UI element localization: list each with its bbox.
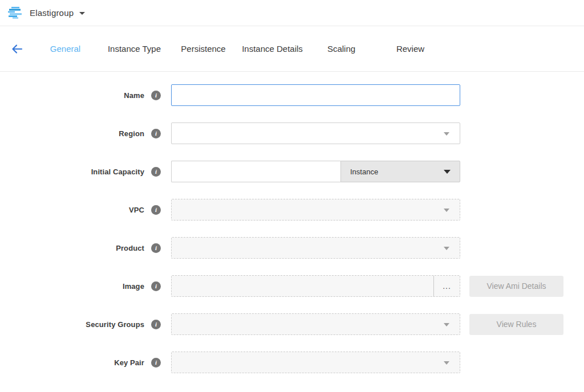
security-groups-info-icon[interactable]: i [151,320,161,329]
name-label: Name [124,91,144,100]
image-label: Image [123,282,144,291]
vpc-select [171,199,460,220]
image-info-icon[interactable]: i [151,281,161,291]
capacity-unit-value: Instance [350,168,378,176]
region-field-row: Region i [0,122,584,144]
view-rules-button[interactable]: View Rules [469,314,563,335]
initial-capacity-label: Initial Capacity [91,168,144,176]
product-select [171,237,460,259]
name-info-icon[interactable]: i [151,91,161,100]
image-field-row: Image i ... View Ami Details [0,275,584,297]
top-bar: Elastigroup [0,0,584,26]
chevron-down-icon [444,209,449,212]
app-title: Elastigroup [30,8,74,18]
general-settings-form: Name i Region i Initial Capacity i Insta… [0,72,584,373]
chevron-down-icon [444,170,451,174]
key-pair-select [171,352,460,373]
back-arrow-icon[interactable] [10,42,24,56]
view-ami-details-button[interactable]: View Ami Details [469,276,563,297]
initial-capacity-field-row: Initial Capacity i Instance [0,161,584,182]
initial-capacity-input[interactable] [171,161,340,182]
security-groups-field-row: Security Groups i View Rules [0,313,584,335]
wizard-tab-bar: General Instance Type Persistence Instan… [0,26,584,72]
tab-persistence[interactable]: Persistence [169,44,238,54]
image-input: ... [171,275,460,297]
tab-review[interactable]: Review [376,44,445,54]
elastigroup-logo-icon [8,7,23,19]
key-pair-label: Key Pair [114,358,144,367]
initial-capacity-info-icon[interactable]: i [151,167,161,177]
vpc-field-row: VPC i [0,199,584,220]
vpc-info-icon[interactable]: i [151,205,161,215]
wizard-tabs: General Instance Type Persistence Instan… [31,44,445,54]
chevron-down-icon [444,132,449,136]
region-info-icon[interactable]: i [151,129,161,138]
tab-instance-details[interactable]: Instance Details [238,44,307,54]
key-pair-field-row: Key Pair i [0,352,584,373]
capacity-unit-select[interactable]: Instance [340,161,460,182]
region-label: Region [119,129,144,138]
product-field-row: Product i [0,237,584,259]
product-label: Product [116,244,144,252]
region-select[interactable] [171,122,460,144]
security-groups-label: Security Groups [86,320,144,329]
tab-instance-type[interactable]: Instance Type [100,44,169,54]
chevron-down-icon [444,361,449,365]
app-switcher-caret-icon[interactable] [79,12,85,15]
key-pair-info-icon[interactable]: i [151,358,161,368]
name-field-row: Name i [0,84,584,106]
tab-general[interactable]: General [31,44,100,54]
name-input[interactable] [171,84,460,106]
security-groups-select [171,313,460,335]
chevron-down-icon [444,247,449,250]
chevron-down-icon [444,323,449,326]
vpc-label: VPC [129,206,144,214]
tab-scaling[interactable]: Scaling [307,44,376,54]
image-value [172,276,433,296]
product-info-icon[interactable]: i [151,243,161,253]
image-browse-button[interactable]: ... [433,276,460,296]
